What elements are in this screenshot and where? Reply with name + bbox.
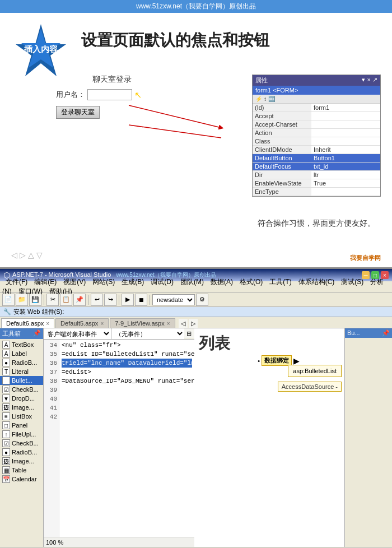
toolbar-paste[interactable]: 📌 xyxy=(73,294,86,306)
toolbox-item[interactable]: ALabel xyxy=(0,349,43,358)
toolbox-item-label: DropD... xyxy=(12,395,35,402)
toolbox-item[interactable]: 🖼Image... xyxy=(0,403,43,412)
ide-tab[interactable]: Default6.aspx× xyxy=(1,318,54,328)
datasource-label: AccessDataSource - xyxy=(278,382,342,392)
toolbox-item[interactable]: 🖼Image... xyxy=(0,457,43,466)
ide-tab[interactable]: Default5.aspx× xyxy=(55,318,109,328)
menu-item[interactable]: 生成(B) xyxy=(118,277,147,286)
toolbox-item[interactable]: ●RadioB... xyxy=(0,448,43,457)
toolbox-item-icon: ▼ xyxy=(2,394,10,402)
toolbox-item-icon: ● xyxy=(2,359,10,366)
bullet-icon: • xyxy=(258,357,260,364)
binding-arrow[interactable]: ▶ xyxy=(293,356,300,365)
code-line: =DataSource_ID="ADS_MENU" runat="server"… xyxy=(62,377,192,386)
code-content[interactable]: <nu" class="fr">=edList ID="BulletedList… xyxy=(59,340,194,537)
toolbox-item[interactable]: ●RadioB... xyxy=(0,358,43,367)
toolbar-copy[interactable]: 📋 xyxy=(60,294,72,306)
menu-item[interactable]: 数据(A) xyxy=(207,277,236,286)
toolbox-item[interactable]: ATextBox xyxy=(0,340,43,349)
toolbar-stop[interactable]: ⏹ xyxy=(135,294,147,306)
smarttag-label: 安装 Web 组件(S): xyxy=(13,308,64,316)
menu-item[interactable]: 文件(F) xyxy=(2,277,31,286)
cursor-icon: ↖ xyxy=(134,90,142,100)
toolbox-item[interactable]: ☑CheckB... xyxy=(0,439,43,448)
toolbox-header: 工具箱 📌 xyxy=(0,328,43,339)
ide-tab[interactable]: 7-9_ListView.aspx× xyxy=(110,318,175,328)
props-table: (Id)form1AcceptAccept-CharsetActionClass… xyxy=(253,104,380,196)
toolbar-open[interactable]: 📁 xyxy=(16,294,28,306)
code-obj-event-bar: 客户端对象和事件 （无事件） ⊞ xyxy=(44,328,194,340)
toolbox-item-label: Bullet... xyxy=(12,377,32,384)
toolbox-item[interactable]: □Panel xyxy=(0,421,43,430)
arrow-lines xyxy=(129,100,221,156)
menu-item[interactable]: 团队(M) xyxy=(177,277,207,286)
line-number: 36 xyxy=(44,359,57,368)
nav-next[interactable]: ▷ xyxy=(20,250,26,259)
smart-tag-popup[interactable]: asp:BulletedList xyxy=(288,365,342,377)
toolbar-undo[interactable]: ↩ xyxy=(91,294,103,306)
toolbox-item-icon: T xyxy=(2,368,10,375)
username-input xyxy=(87,89,132,100)
toolbox-item-label: Label xyxy=(12,350,27,357)
props-row: Class xyxy=(253,137,380,146)
ide-smarttag: 🔧 安装 Web 组件(S): xyxy=(0,307,392,317)
login-button[interactable]: 登录聊天室 xyxy=(56,106,100,119)
nav-prev[interactable]: ◁ xyxy=(11,250,17,259)
toolbar-dropdown[interactable]: newsdate xyxy=(152,294,195,305)
toolbox-item[interactable]: 📅Calendar xyxy=(0,475,43,484)
nav-down[interactable]: ▽ xyxy=(36,250,43,259)
toolbox-item-label: RadioB... xyxy=(12,449,37,456)
code-event-select[interactable]: （无事件） xyxy=(111,328,184,339)
smart-tag-text: asp:BulletedList xyxy=(293,368,337,374)
toolbox-item[interactable]: ▦Table xyxy=(0,466,43,475)
toolbar-debug[interactable]: ▶ xyxy=(122,294,134,306)
code-expand-btn[interactable]: ⊞ xyxy=(184,328,194,338)
menu-item[interactable]: 格式(O) xyxy=(236,277,266,286)
menu-item[interactable]: 网站(S) xyxy=(89,277,118,286)
line-number: 40 xyxy=(44,394,57,403)
svg-line-3 xyxy=(129,125,221,138)
menu-item[interactable]: 编辑(E) xyxy=(31,277,60,286)
toolbox-item[interactable]: ≡ListBox xyxy=(0,412,43,421)
nav-up[interactable]: △ xyxy=(28,250,34,259)
code-object-select[interactable]: 客户端对象和事件 xyxy=(44,328,111,339)
ide-section: ⬡ ASP.NET-7 - Microsoft Visual Studio ww… xyxy=(0,269,392,548)
slide-nav[interactable]: ◁ ▷ △ ▽ xyxy=(11,250,43,259)
toolbox-item[interactable]: TLiteral xyxy=(0,367,43,376)
slide-topbar: www.51zxw.net（我要自学网）原创出品 xyxy=(0,0,392,13)
props-row: (Id)form1 xyxy=(253,104,380,112)
toolbox-pin[interactable]: 📌 xyxy=(33,329,41,338)
toolbox-item-icon: ≡ xyxy=(2,377,10,384)
toolbox-item-label: Image... xyxy=(12,404,34,411)
tab-scroll-right[interactable]: ▷ xyxy=(189,319,198,328)
toolbar-save[interactable]: 💾 xyxy=(29,294,41,306)
right-panel-header: Bu... 📌 xyxy=(345,328,392,338)
toolbar-extra[interactable]: ⚙ xyxy=(196,294,208,306)
menu-item[interactable]: 工具(T) xyxy=(266,277,295,286)
code-line: <nu" class="fr"> xyxy=(62,341,192,350)
toolbox-item-label: Table xyxy=(12,467,26,473)
toolbox-item[interactable]: ≡Bullet... xyxy=(0,376,43,385)
toolbar-redo[interactable]: ↪ xyxy=(104,294,116,306)
toolbar-cut[interactable]: ✂ xyxy=(46,294,59,306)
menu-item[interactable]: 调试(D) xyxy=(147,277,177,286)
right-panel-pin[interactable]: 📌 xyxy=(382,329,390,337)
toolbox-item-label: FileUpl... xyxy=(12,431,36,438)
binding-badge[interactable]: 数据绑定 xyxy=(262,355,292,366)
tab-scroll-left[interactable]: ◁ xyxy=(179,319,188,328)
toolbar-sep3 xyxy=(119,295,119,305)
toolbar-sep4 xyxy=(150,295,150,305)
toolbox-items: ATextBoxALabel●RadioB...TLiteral≡Bullet.… xyxy=(0,339,43,485)
toolbox-item[interactable]: ▼DropD... xyxy=(0,394,43,403)
props-toolbar: ⚡ ↕ 🔤 xyxy=(253,95,380,104)
toolbox-item[interactable]: ↑FileUpl... xyxy=(0,430,43,439)
line-number: 37 xyxy=(44,368,57,377)
menu-item[interactable]: 体系结构(C) xyxy=(295,277,338,286)
toolbar-new[interactable]: 📄 xyxy=(2,294,15,306)
toolbox-item[interactable]: ☑CheckB... xyxy=(0,385,43,394)
right-panel: Bu... 📌 xyxy=(344,328,392,547)
design-surface: 列表 • 数据绑定 ▶ asp:BulletedList AccessDataS… xyxy=(194,328,345,547)
menu-item[interactable]: 测试(S) xyxy=(338,277,367,286)
menu-item[interactable]: 视图(V) xyxy=(60,277,89,286)
line-number: 39 xyxy=(44,386,57,394)
